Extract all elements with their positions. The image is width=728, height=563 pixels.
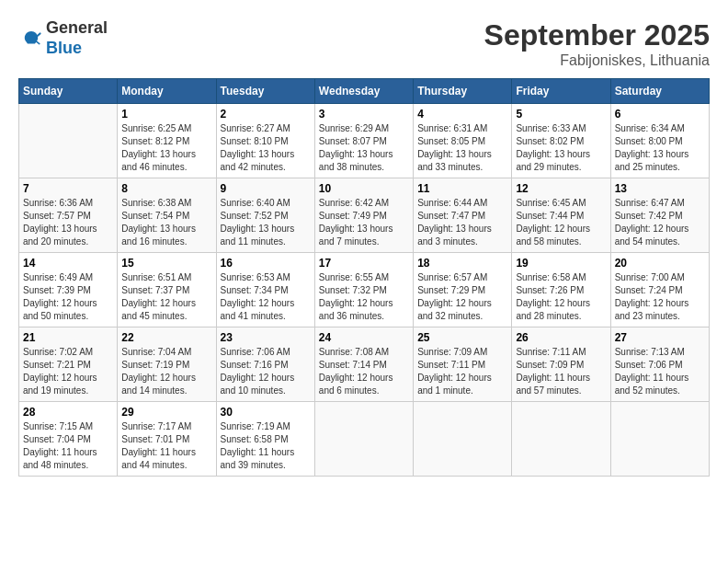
calendar-cell: 15 Sunrise: 6:51 AM Sunset: 7:37 PM Dayl… — [118, 253, 216, 327]
day-number: 28 — [23, 406, 113, 419]
day-number: 19 — [516, 257, 606, 270]
day-info: Sunrise: 6:51 AM Sunset: 7:37 PM Dayligh… — [121, 271, 211, 323]
day-info: Sunrise: 6:58 AM Sunset: 7:26 PM Dayligh… — [516, 271, 606, 323]
day-info: Sunrise: 6:36 AM Sunset: 7:57 PM Dayligh… — [23, 197, 113, 248]
calendar-week-3: 14 Sunrise: 6:49 AM Sunset: 7:39 PM Dayl… — [19, 253, 710, 327]
day-number: 11 — [417, 182, 507, 195]
calendar-cell: 16 Sunrise: 6:53 AM Sunset: 7:34 PM Dayl… — [216, 253, 314, 327]
location: Fabijoniskes, Lithuania — [484, 52, 710, 69]
calendar-cell — [314, 402, 413, 477]
day-number: 17 — [319, 257, 409, 270]
day-number: 1 — [121, 108, 211, 121]
day-info: Sunrise: 7:19 AM Sunset: 6:58 PM Dayligh… — [221, 420, 311, 472]
calendar-cell: 1 Sunrise: 6:25 AM Sunset: 8:12 PM Dayli… — [118, 104, 216, 178]
day-info: Sunrise: 6:40 AM Sunset: 7:52 PM Dayligh… — [221, 197, 311, 248]
page-container: General Blue September 2025 Fabijoniskes… — [18, 18, 710, 477]
logo-text: General Blue — [46, 18, 108, 58]
day-number: 24 — [319, 331, 409, 344]
day-number: 10 — [319, 182, 409, 195]
calendar-cell — [19, 104, 118, 178]
day-number: 4 — [417, 108, 507, 121]
col-friday: Friday — [512, 79, 610, 104]
day-number: 22 — [121, 331, 211, 344]
day-number: 9 — [221, 182, 311, 195]
day-info: Sunrise: 6:42 AM Sunset: 7:49 PM Dayligh… — [319, 197, 409, 248]
day-info: Sunrise: 6:27 AM Sunset: 8:10 PM Dayligh… — [221, 122, 311, 174]
day-number: 8 — [121, 182, 211, 195]
calendar-cell: 22 Sunrise: 7:04 AM Sunset: 7:19 PM Dayl… — [118, 327, 216, 402]
day-number: 2 — [221, 108, 311, 121]
calendar-cell: 29 Sunrise: 7:17 AM Sunset: 7:01 PM Dayl… — [118, 402, 216, 477]
day-info: Sunrise: 6:55 AM Sunset: 7:32 PM Dayligh… — [319, 271, 409, 323]
day-number: 30 — [221, 406, 311, 419]
day-info: Sunrise: 6:49 AM Sunset: 7:39 PM Dayligh… — [23, 271, 113, 323]
col-saturday: Saturday — [610, 79, 709, 104]
calendar-cell: 14 Sunrise: 6:49 AM Sunset: 7:39 PM Dayl… — [19, 253, 118, 327]
calendar-cell: 28 Sunrise: 7:15 AM Sunset: 7:04 PM Dayl… — [19, 402, 118, 477]
day-info: Sunrise: 6:57 AM Sunset: 7:29 PM Dayligh… — [417, 271, 507, 323]
col-monday: Monday — [118, 79, 216, 104]
day-number: 3 — [319, 108, 409, 121]
day-number: 16 — [221, 257, 311, 270]
calendar-cell — [512, 402, 610, 477]
calendar-cell: 3 Sunrise: 6:29 AM Sunset: 8:07 PM Dayli… — [314, 104, 413, 178]
calendar-cell: 7 Sunrise: 6:36 AM Sunset: 7:57 PM Dayli… — [19, 178, 118, 253]
calendar-cell: 26 Sunrise: 7:11 AM Sunset: 7:09 PM Dayl… — [512, 327, 610, 402]
day-number: 15 — [121, 257, 211, 270]
day-number: 18 — [417, 257, 507, 270]
calendar-cell: 24 Sunrise: 7:08 AM Sunset: 7:14 PM Dayl… — [314, 327, 413, 402]
calendar-header-row: Sunday Monday Tuesday Wednesday Thursday… — [19, 79, 710, 104]
calendar-cell: 18 Sunrise: 6:57 AM Sunset: 7:29 PM Dayl… — [414, 253, 512, 327]
calendar-cell: 11 Sunrise: 6:44 AM Sunset: 7:47 PM Dayl… — [414, 178, 512, 253]
calendar-week-5: 28 Sunrise: 7:15 AM Sunset: 7:04 PM Dayl… — [19, 402, 710, 477]
calendar-cell — [414, 402, 512, 477]
col-tuesday: Tuesday — [216, 79, 314, 104]
day-info: Sunrise: 7:09 AM Sunset: 7:11 PM Dayligh… — [417, 346, 507, 397]
month-title: September 2025 — [484, 18, 710, 52]
day-number: 13 — [615, 182, 705, 195]
calendar-cell — [610, 402, 709, 477]
day-info: Sunrise: 6:34 AM Sunset: 8:00 PM Dayligh… — [615, 122, 705, 174]
day-number: 26 — [516, 331, 606, 344]
day-number: 27 — [615, 331, 705, 344]
calendar-week-2: 7 Sunrise: 6:36 AM Sunset: 7:57 PM Dayli… — [19, 178, 710, 253]
day-info: Sunrise: 6:53 AM Sunset: 7:34 PM Dayligh… — [221, 271, 311, 323]
title-block: September 2025 Fabijoniskes, Lithuania — [484, 18, 710, 69]
calendar-cell: 27 Sunrise: 7:13 AM Sunset: 7:06 PM Dayl… — [610, 327, 709, 402]
day-info: Sunrise: 7:17 AM Sunset: 7:01 PM Dayligh… — [121, 420, 211, 472]
day-number: 6 — [615, 108, 705, 121]
calendar-cell: 5 Sunrise: 6:33 AM Sunset: 8:02 PM Dayli… — [512, 104, 610, 178]
day-number: 5 — [516, 108, 606, 121]
day-info: Sunrise: 7:00 AM Sunset: 7:24 PM Dayligh… — [615, 271, 705, 323]
day-info: Sunrise: 6:33 AM Sunset: 8:02 PM Dayligh… — [516, 122, 606, 174]
day-number: 25 — [417, 331, 507, 344]
calendar-cell: 12 Sunrise: 6:45 AM Sunset: 7:44 PM Dayl… — [512, 178, 610, 253]
day-info: Sunrise: 6:38 AM Sunset: 7:54 PM Dayligh… — [121, 197, 211, 248]
day-info: Sunrise: 7:02 AM Sunset: 7:21 PM Dayligh… — [23, 346, 113, 397]
day-info: Sunrise: 6:47 AM Sunset: 7:42 PM Dayligh… — [615, 197, 705, 248]
calendar-cell: 17 Sunrise: 6:55 AM Sunset: 7:32 PM Dayl… — [314, 253, 413, 327]
logo: General Blue — [18, 18, 108, 58]
day-number: 12 — [516, 182, 606, 195]
col-wednesday: Wednesday — [314, 79, 413, 104]
day-info: Sunrise: 7:08 AM Sunset: 7:14 PM Dayligh… — [319, 346, 409, 397]
day-number: 20 — [615, 257, 705, 270]
col-thursday: Thursday — [414, 79, 512, 104]
col-sunday: Sunday — [19, 79, 118, 104]
calendar-cell: 9 Sunrise: 6:40 AM Sunset: 7:52 PM Dayli… — [216, 178, 314, 253]
day-info: Sunrise: 7:13 AM Sunset: 7:06 PM Dayligh… — [615, 346, 705, 397]
calendar-week-4: 21 Sunrise: 7:02 AM Sunset: 7:21 PM Dayl… — [19, 327, 710, 402]
day-info: Sunrise: 6:25 AM Sunset: 8:12 PM Dayligh… — [121, 122, 211, 174]
calendar-cell: 4 Sunrise: 6:31 AM Sunset: 8:05 PM Dayli… — [414, 104, 512, 178]
page-header: General Blue September 2025 Fabijoniskes… — [18, 18, 710, 69]
calendar-week-1: 1 Sunrise: 6:25 AM Sunset: 8:12 PM Dayli… — [19, 104, 710, 178]
day-info: Sunrise: 6:31 AM Sunset: 8:05 PM Dayligh… — [417, 122, 507, 174]
day-info: Sunrise: 6:45 AM Sunset: 7:44 PM Dayligh… — [516, 197, 606, 248]
calendar-cell: 13 Sunrise: 6:47 AM Sunset: 7:42 PM Dayl… — [610, 178, 709, 253]
day-number: 29 — [121, 406, 211, 419]
day-info: Sunrise: 7:11 AM Sunset: 7:09 PM Dayligh… — [516, 346, 606, 397]
day-number: 14 — [23, 257, 113, 270]
calendar-table: Sunday Monday Tuesday Wednesday Thursday… — [18, 78, 710, 477]
calendar-cell: 25 Sunrise: 7:09 AM Sunset: 7:11 PM Dayl… — [414, 327, 512, 402]
calendar-cell: 19 Sunrise: 6:58 AM Sunset: 7:26 PM Dayl… — [512, 253, 610, 327]
